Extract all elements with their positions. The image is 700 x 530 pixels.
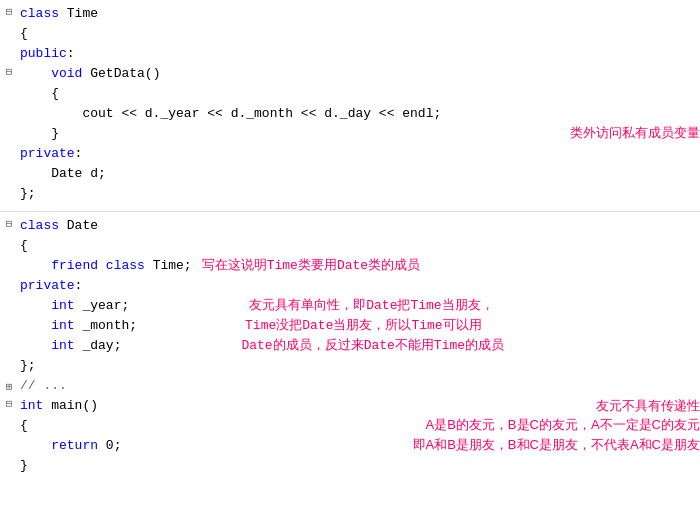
class-date-header: class Date bbox=[18, 216, 700, 236]
class-time-header: class Time bbox=[18, 4, 700, 24]
cout-statement: cout << d._year << d._month << d._day <<… bbox=[18, 104, 700, 124]
class-time-close: }; bbox=[0, 184, 700, 204]
int-day: int _day;Date的成员，反过来Date不能用Time的成员 bbox=[18, 336, 700, 356]
class-date-header-line: ⊟ class Date bbox=[0, 216, 700, 236]
main-func-header: int main() bbox=[18, 396, 476, 416]
getdata-func: void GetData() bbox=[18, 64, 700, 84]
collapse-main-btn[interactable]: ⊟ bbox=[0, 396, 18, 410]
getdata-brace: { bbox=[18, 84, 700, 104]
getdata-brace-close: } 类外访问私有成员变量 bbox=[0, 124, 700, 144]
class-time-close-brace: }; bbox=[18, 184, 700, 204]
main-open-brace: { bbox=[18, 416, 306, 436]
private-label-time-line: private: bbox=[0, 144, 700, 164]
expand-collapsed-btn[interactable]: ⊞ bbox=[0, 379, 18, 393]
private-label-date-line: private: bbox=[0, 276, 700, 296]
int-year-line: int _year;友元具有单向性，即Date把Time当朋友， bbox=[0, 296, 700, 316]
getdata-func-line: ⊟ void GetData() bbox=[0, 64, 700, 84]
main-brace-open: { A是B的友元，B是C的友元，A不一定是C的友元 bbox=[0, 416, 700, 436]
int-month-line: int _month;Time没把Date当朋友，所以Time可以用 bbox=[0, 316, 700, 336]
class-date-brace-open: { bbox=[0, 236, 700, 256]
return-statement: return 0; bbox=[18, 436, 333, 456]
collapsed-comment: // ... bbox=[18, 376, 700, 396]
annotation-access: 类外访问私有成员变量 bbox=[570, 124, 700, 142]
annotation-day1: Date的成员，反过来Date不能用Time的成员 bbox=[241, 338, 504, 353]
separator bbox=[0, 204, 700, 212]
getdata-close-brace: } bbox=[18, 124, 550, 144]
annotation-block: 友元不具有传递性 bbox=[596, 396, 700, 416]
collapse-date-btn[interactable]: ⊟ bbox=[0, 216, 18, 230]
public-label-line: public: bbox=[0, 44, 700, 64]
class-date-brace: { bbox=[18, 236, 700, 256]
collapse-time-btn[interactable]: ⊟ bbox=[0, 4, 18, 18]
getdata-brace-open: { bbox=[0, 84, 700, 104]
friend-line: friend class Time;写在这说明Time类要用Date类的成员 bbox=[0, 256, 700, 276]
collapse-getdata-btn[interactable]: ⊟ bbox=[0, 64, 18, 78]
friend-statement: friend class Time;写在这说明Time类要用Date类的成员 bbox=[18, 256, 700, 276]
int-month: int _month;Time没把Date当朋友，所以Time可以用 bbox=[18, 316, 700, 336]
cout-line: cout << d._year << d._month << d._day <<… bbox=[0, 104, 700, 124]
main-brace-close: } bbox=[0, 456, 700, 476]
annotation-year: 友元具有单向性，即Date把Time当朋友， bbox=[249, 298, 493, 313]
annotation-friend: 写在这说明Time类要用Date类的成员 bbox=[202, 258, 420, 273]
date-member: Date d; bbox=[18, 164, 700, 184]
code-editor: ⊟ class Time { public: ⊟ void GetData() … bbox=[0, 0, 700, 530]
annotation-no-transitivity: 友元不具有传递性 bbox=[596, 396, 700, 416]
class-time-brace-open: { bbox=[0, 24, 700, 44]
private-label-time: private: bbox=[18, 144, 700, 164]
class-time-header-line: ⊟ class Time bbox=[0, 4, 700, 24]
int-year: int _year;友元具有单向性，即Date把Time当朋友， bbox=[18, 296, 700, 316]
annotation-month: Time没把Date当朋友，所以Time可以用 bbox=[245, 318, 482, 333]
return-line: return 0; 即A和B是朋友，B和C是朋友，不代表A和C是朋友 bbox=[0, 436, 700, 456]
main-close-brace: } bbox=[18, 456, 700, 476]
collapsed-block-line: ⊞ // ... bbox=[0, 376, 700, 396]
annotation-transitivity-3: 即A和B是朋友，B和C是朋友，不代表A和C是朋友 bbox=[413, 436, 700, 454]
date-member-line: Date d; bbox=[0, 164, 700, 184]
brace-open: { bbox=[18, 24, 700, 44]
public-label: public: bbox=[18, 44, 700, 64]
class-date-close-brace: }; bbox=[18, 356, 700, 376]
class-date-close: }; bbox=[0, 356, 700, 376]
main-func-header-line: ⊟ int main() 友元不具有传递性 bbox=[0, 396, 700, 416]
private-label-date: private: bbox=[18, 276, 700, 296]
int-day-line: int _day;Date的成员，反过来Date不能用Time的成员 bbox=[0, 336, 700, 356]
annotation-transitivity-2: A是B的友元，B是C的友元，A不一定是C的友元 bbox=[426, 416, 700, 434]
